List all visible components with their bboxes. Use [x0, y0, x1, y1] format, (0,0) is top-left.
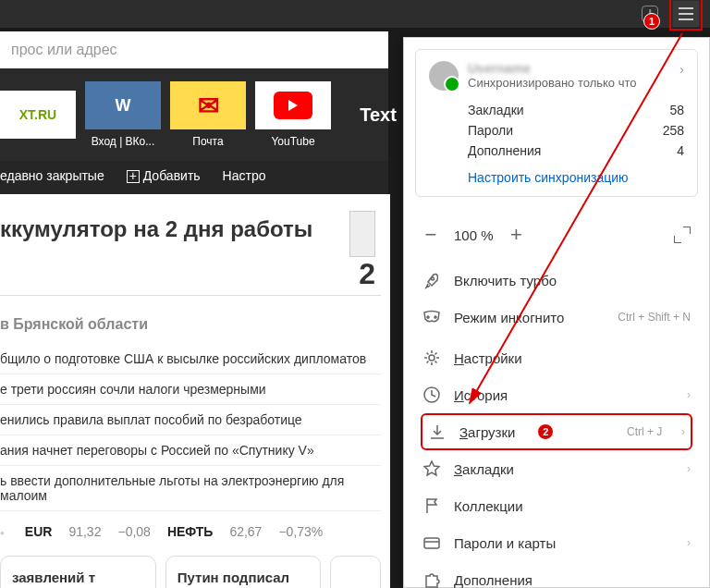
zoom-out-button[interactable]: −: [422, 223, 439, 247]
zoom-value: 100 %: [454, 227, 494, 243]
annotation-badge-1: 1: [643, 13, 660, 30]
menu-history-label: История: [454, 387, 508, 403]
menu-settings[interactable]: Настройки: [404, 339, 709, 376]
news-card[interactable]: заявлений т выплаты портал: [0, 556, 156, 588]
bookmark-icon-vk: W: [85, 81, 161, 129]
menu-passwords-label: Пароли и карты: [454, 535, 556, 551]
oil-value: 62,67: [229, 524, 262, 539]
menu-downloads-label: Загрузки: [459, 424, 515, 440]
news-item[interactable]: ь ввести дополнительные льготы на электр…: [0, 466, 381, 511]
gear-icon: [422, 349, 441, 367]
fullscreen-icon[interactable]: [674, 227, 691, 243]
card-icon: [422, 533, 441, 552]
eur-delta: −0,08: [117, 524, 150, 539]
news-item[interactable]: е трети россиян сочли налоги чрезмерными: [0, 374, 381, 405]
bookmark-label-youtube: YouTube: [271, 135, 314, 148]
currency-ticker: EUR 91,32 −0,08 НЕФТЬ 62,67 −0,73%: [0, 511, 381, 552]
news-card[interactable]: Путин подписал указ о ранжировании разме…: [165, 556, 322, 588]
ad-number: 2: [359, 257, 375, 291]
sync-card: Username Синхронизировано только что › З…: [415, 49, 698, 197]
chevron-right-icon: ›: [687, 462, 691, 475]
add-bookmark[interactable]: Добавить: [127, 168, 201, 183]
bookmark-vk[interactable]: W Вход | ВКо...: [85, 80, 161, 150]
bookmark-mail[interactable]: ✉ Почта: [170, 80, 246, 150]
plus-icon: [127, 170, 140, 183]
menu-history[interactable]: История ›: [404, 376, 709, 413]
annotation-downloads-highlight: Загрузки 2 Ctrl + J ›: [421, 413, 692, 450]
address-input[interactable]: прос или адрес: [0, 31, 388, 68]
menu-downloads-shortcut: Ctrl + J: [627, 425, 662, 438]
zoom-controls: − 100 % +: [404, 212, 709, 258]
sync-status: Синхронизировано только что: [468, 76, 670, 90]
news-list: бщило о подготовке США к высылке российс…: [0, 344, 381, 511]
rocket-icon: [422, 271, 441, 289]
menu-addons-label: Дополнения: [454, 572, 532, 588]
ad-headline: ккумулятор на 2 дня работы: [0, 205, 381, 253]
sync-addons-count: 4: [677, 143, 684, 158]
oil-pct: −0,73%: [278, 524, 323, 539]
menu-incognito[interactable]: Режим инкогнито Ctrl + Shift + N: [404, 299, 709, 336]
menu-bookmarks-label: Закладки: [454, 461, 514, 477]
sync-bookmarks-count: 58: [669, 103, 684, 117]
menu-incognito-shortcut: Ctrl + Shift + N: [618, 311, 691, 324]
download-icon: [428, 423, 447, 441]
settings-link[interactable]: Настро: [223, 168, 266, 183]
menu-collections[interactable]: Коллекции: [404, 487, 709, 524]
menu-turbo-label: Включить турбо: [454, 273, 557, 288]
ad-image: [349, 211, 375, 257]
region-title: в Брянской области: [0, 300, 381, 344]
recently-closed[interactable]: едавно закрытые: [0, 168, 104, 183]
mask-icon: [422, 308, 441, 326]
eur-label: EUR: [25, 524, 53, 539]
bookmark-icon-mail: ✉: [170, 81, 246, 129]
news-item[interactable]: ания начнет переговоры с Россией по «Спу…: [0, 435, 381, 466]
menu-incognito-label: Режим инкогнито: [454, 310, 564, 325]
address-placeholder: прос или адрес: [11, 42, 117, 58]
puzzle-icon: [422, 570, 441, 588]
svg-rect-2: [424, 538, 439, 548]
chevron-right-icon[interactable]: ›: [679, 61, 684, 77]
bookmark-textru[interactable]: XT.RU: [0, 80, 76, 150]
menu-turbo[interactable]: Включить турбо: [404, 262, 709, 299]
chevron-right-icon: ›: [675, 425, 685, 438]
speed-dial-row: XT.RU W Вход | ВКо... ✉ Почта YouTube Te…: [0, 68, 388, 161]
menu-collections-label: Коллекции: [454, 498, 523, 514]
bookmark-icon-youtube: [255, 81, 331, 129]
menu-addons[interactable]: Дополнения: [404, 561, 709, 588]
bookmark-label-mail: Почта: [192, 135, 223, 148]
sync-bookmarks-label: Закладки: [468, 103, 524, 117]
sync-addons-label: Дополнения: [468, 143, 541, 158]
menu-bookmarks[interactable]: Закладки ›: [404, 450, 709, 487]
bookmark-label-vk: Вход | ВКо...: [92, 135, 155, 148]
avatar[interactable]: [429, 61, 459, 91]
sync-passwords-label: Пароли: [468, 123, 513, 138]
annotation-menu-highlight: [669, 0, 703, 31]
oil-label: НЕФТЬ: [167, 524, 213, 539]
svg-point-0: [429, 355, 435, 361]
main-menu-panel: Username Синхронизировано только что › З…: [403, 37, 710, 588]
annotation-badge-2: 2: [537, 423, 554, 440]
eur-value: 91,32: [68, 524, 101, 539]
menu-settings-label: Настройки: [454, 350, 522, 366]
star-icon: [422, 459, 441, 478]
bookmark-icon-textru: XT.RU: [0, 91, 76, 139]
sync-settings-link[interactable]: Настроить синхронизацию: [468, 170, 684, 185]
news-card[interactable]: [330, 556, 381, 588]
menu-passwords[interactable]: Пароли и карты ›: [404, 524, 709, 561]
news-item[interactable]: енились правила выплат пособий по безраб…: [0, 405, 381, 435]
bookmark-youtube[interactable]: YouTube: [255, 80, 331, 150]
menu-button[interactable]: [673, 1, 699, 27]
sync-passwords-count: 258: [663, 123, 684, 138]
sync-username: Username: [468, 61, 670, 76]
news-item[interactable]: бщило о подготовке США к высылке российс…: [0, 344, 381, 374]
chevron-right-icon: ›: [687, 388, 691, 401]
chevron-right-icon: ›: [687, 536, 691, 549]
zoom-in-button[interactable]: +: [508, 223, 525, 247]
flag-icon: [422, 496, 441, 515]
history-icon: [422, 386, 441, 404]
menu-downloads[interactable]: Загрузки 2 Ctrl + J ›: [422, 415, 691, 448]
